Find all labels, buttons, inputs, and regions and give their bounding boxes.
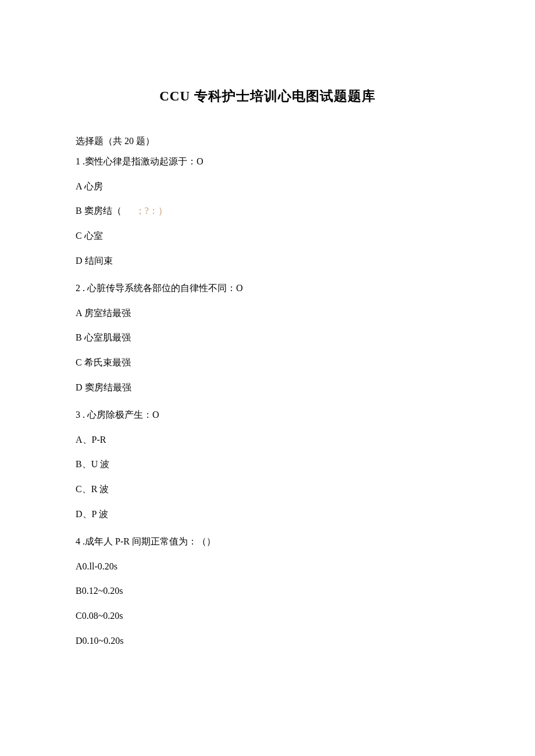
option-label: A0.ll-0.20s	[76, 561, 117, 571]
option-D: D 结间束	[76, 253, 459, 270]
option-label: B 窦房结（	[76, 206, 122, 216]
option-label: C0.08~0.20s	[76, 611, 123, 621]
question-4: 4 .成年人 P-R 间期正常值为：（）A0.ll-0.20sB0.12~0.2…	[76, 533, 459, 650]
option-B: B 窦房结（；?：）	[76, 203, 459, 220]
question-1: 1 .窦性心律是指激动起源于：OA 心房B 窦房结（；?：）C 心室D 结间束	[76, 153, 459, 270]
option-C: C0.08~0.20s	[76, 608, 459, 625]
option-C: C、R 波	[76, 481, 459, 498]
question-text: 2 . 心脏传导系统各部位的自律性不同：O	[76, 280, 459, 297]
option-label: D 结间束	[76, 256, 113, 266]
option-B: B、U 波	[76, 456, 459, 473]
option-label: B 心室肌最强	[76, 332, 131, 342]
option-D: D、P 波	[76, 506, 459, 523]
option-label: C 希氏束最强	[76, 357, 131, 367]
question-text: 1 .窦性心律是指激动起源于：O	[76, 153, 459, 170]
question-text: 4 .成年人 P-R 间期正常值为：（）	[76, 533, 459, 550]
option-A: A、P-R	[76, 432, 459, 449]
option-A: A 心房	[76, 178, 459, 195]
questions-container: 1 .窦性心律是指激动起源于：OA 心房B 窦房结（；?：）C 心室D 结间束2…	[76, 153, 459, 650]
option-C: C 心室	[76, 228, 459, 245]
question-2: 2 . 心脏传导系统各部位的自律性不同：OA 房室结最强B 心室肌最强C 希氏束…	[76, 280, 459, 396]
option-label: C、R 波	[76, 484, 109, 494]
section-header: 选择题（共 20 题）	[76, 133, 459, 150]
option-A: A 房室结最强	[76, 305, 459, 322]
question-3: 3 . 心房除极产生：OA、P-RB、U 波C、R 波D、P 波	[76, 407, 459, 523]
question-text: 3 . 心房除极产生：O	[76, 407, 459, 424]
option-label: D、P 波	[76, 509, 108, 519]
option-label: B、U 波	[76, 459, 109, 469]
option-label: A 心房	[76, 181, 103, 191]
option-label: C 心室	[76, 231, 103, 241]
option-C: C 希氏束最强	[76, 354, 459, 371]
option-B: B0.12~0.20s	[76, 583, 459, 600]
option-label: A 房室结最强	[76, 308, 131, 318]
option-label: B0.12~0.20s	[76, 586, 123, 596]
option-annotation: ；?：）	[135, 206, 167, 216]
option-B: B 心室肌最强	[76, 329, 459, 346]
option-D: D 窦房结最强	[76, 379, 459, 396]
option-label: D0.10~0.20s	[76, 636, 123, 646]
document-title: CCU 专科护士培训心电图试题题库	[76, 87, 459, 105]
option-A: A0.ll-0.20s	[76, 558, 459, 575]
option-D: D0.10~0.20s	[76, 633, 459, 650]
option-label: A、P-R	[76, 435, 106, 445]
option-label: D 窦房结最强	[76, 382, 131, 392]
